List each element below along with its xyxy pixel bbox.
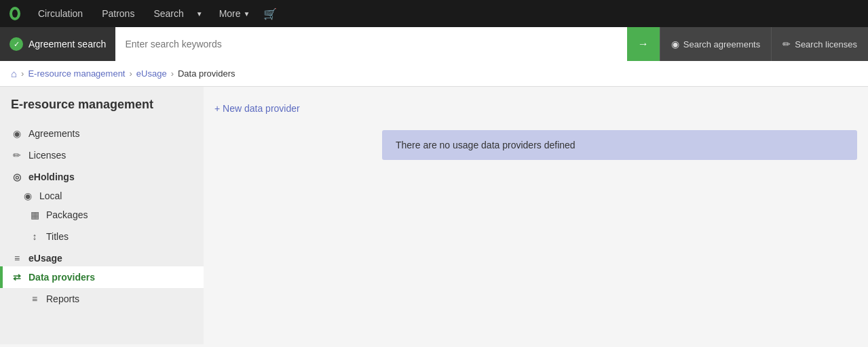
search-licenses-icon: ✏ bbox=[782, 39, 791, 49]
sidebar: E-resource management ◉ Agreements ✏ Lic… bbox=[0, 87, 204, 344]
reports-icon: ≡ bbox=[29, 293, 41, 304]
cart-icon[interactable]: 🛒 bbox=[255, 3, 285, 24]
search-licenses-button[interactable]: ✏ Search licenses bbox=[771, 27, 868, 61]
sidebar-item-data-providers[interactable]: ⇄ Data providers bbox=[0, 266, 204, 288]
nav-search[interactable]: Search bbox=[145, 4, 191, 23]
svg-point-1 bbox=[12, 9, 18, 18]
dropdown-arrow-icon: ▼ bbox=[196, 10, 203, 18]
sidebar-item-titles[interactable]: ↕ Titles bbox=[0, 226, 204, 247]
search-agreements-button[interactable]: ◉ Search agreements bbox=[660, 27, 771, 61]
search-input[interactable] bbox=[115, 27, 626, 61]
agreements-icon: ◉ bbox=[11, 128, 23, 139]
search-action-buttons: ◉ Search agreements ✏ Search licenses bbox=[660, 27, 868, 61]
breadcrumb-sep-2: › bbox=[129, 68, 132, 79]
nav-circulation[interactable]: Circulation bbox=[30, 4, 91, 23]
nav-more[interactable]: More ▼ bbox=[211, 4, 253, 23]
search-agreements-icon: ◉ bbox=[671, 39, 679, 49]
breadcrumb-home[interactable]: ⌂ bbox=[11, 68, 17, 79]
sidebar-title: E-resource management bbox=[0, 98, 204, 123]
sidebar-item-agreements[interactable]: ◉ Agreements bbox=[0, 123, 204, 144]
local-icon: ◉ bbox=[22, 190, 34, 201]
breadcrumb-e-resource[interactable]: E-resource management bbox=[28, 68, 125, 79]
breadcrumb-eusage[interactable]: eUsage bbox=[136, 68, 167, 79]
new-data-provider-button[interactable]: + New data provider bbox=[214, 100, 300, 117]
agreement-check-icon: ✓ bbox=[10, 37, 23, 51]
search-input-container: → bbox=[115, 27, 659, 61]
search-submit-button[interactable]: → bbox=[627, 27, 660, 61]
breadcrumb: ⌂ › E-resource management › eUsage › Dat… bbox=[0, 61, 868, 87]
search-bar-row: ✓ Agreement search → ◉ Search agreements… bbox=[0, 27, 868, 61]
top-navigation: Circulation Patrons Search ▼ More ▼ 🛒 bbox=[0, 0, 868, 27]
breadcrumb-data-providers: Data providers bbox=[178, 68, 235, 79]
breadcrumb-sep-3: › bbox=[171, 68, 174, 79]
app-logo[interactable] bbox=[5, 4, 24, 23]
empty-notice: There are no usage data providers define… bbox=[382, 130, 857, 160]
sidebar-item-local[interactable]: ◉ Local bbox=[0, 185, 204, 204]
sidebar-item-packages[interactable]: ▦ Packages bbox=[0, 204, 204, 226]
agreement-search-label: ✓ Agreement search bbox=[0, 27, 115, 61]
licenses-icon: ✏ bbox=[11, 150, 23, 161]
sidebar-item-licenses[interactable]: ✏ Licenses bbox=[0, 144, 204, 166]
more-dropdown-icon: ▼ bbox=[244, 10, 250, 18]
main-layout: E-resource management ◉ Agreements ✏ Lic… bbox=[0, 87, 868, 344]
nav-patrons[interactable]: Patrons bbox=[94, 4, 143, 23]
eusage-icon: ≡ bbox=[11, 253, 23, 264]
eholdings-icon: ◎ bbox=[11, 171, 23, 182]
data-providers-icon: ⇄ bbox=[11, 272, 23, 283]
breadcrumb-sep-1: › bbox=[21, 68, 24, 79]
nav-search-dropdown[interactable]: ▼ bbox=[195, 6, 208, 22]
titles-icon: ↕ bbox=[29, 231, 41, 242]
content-area: + New data provider There are no usage d… bbox=[204, 87, 868, 344]
sidebar-item-reports[interactable]: ≡ Reports bbox=[0, 288, 204, 310]
sidebar-section-eusage[interactable]: ≡ eUsage bbox=[0, 247, 204, 266]
sidebar-section-eholdings[interactable]: ◎ eHoldings bbox=[0, 166, 204, 185]
packages-icon: ▦ bbox=[29, 209, 41, 220]
